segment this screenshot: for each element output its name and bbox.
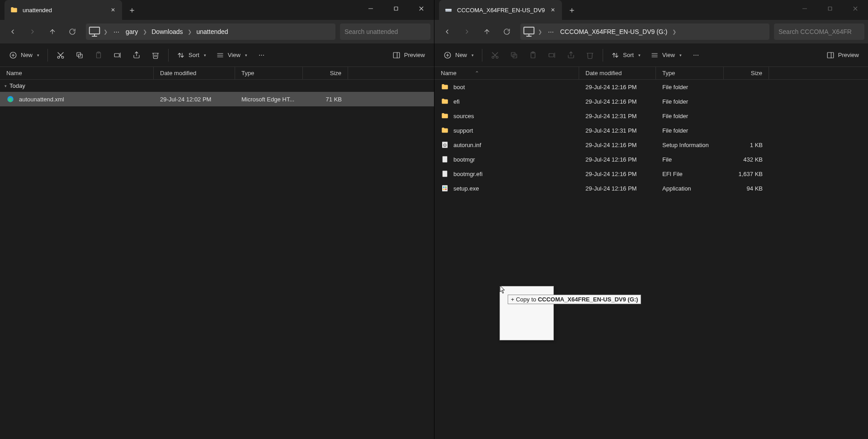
col-type[interactable]: Type — [235, 67, 303, 79]
file-size: 432 KB — [724, 156, 769, 163]
file-date: 29-Jul-24 12:16 PM — [579, 156, 656, 163]
window-right: CCCOMA_X64FRE_EN-US_DV9 ✕ ＋ ❯ ⋯ CCCOMA_X… — [434, 0, 868, 439]
sort-label: Sort — [189, 52, 199, 58]
more-button[interactable]: ⋯ — [253, 47, 271, 63]
chevron-right-icon[interactable]: ❯ — [536, 25, 544, 38]
sort-button[interactable]: Sort▾ — [607, 47, 645, 63]
tab-right[interactable]: CCCOMA_X64FRE_EN-US_DV9 ✕ — [439, 0, 562, 20]
maximize-button-right[interactable] — [817, 0, 843, 17]
file-row[interactable]: autounattend.xml29-Jul-24 12:02 PMMicros… — [0, 92, 434, 106]
chevron-right-icon[interactable]: ❯ — [186, 25, 194, 38]
search-input[interactable] — [778, 28, 860, 35]
cut-button[interactable] — [486, 47, 504, 63]
preview-button[interactable]: Preview — [388, 47, 429, 63]
file-row[interactable]: efi29-Jul-24 12:16 PMFile folder — [434, 94, 868, 109]
delete-button[interactable] — [581, 47, 599, 63]
file-row[interactable]: autorun.inf29-Jul-24 12:16 PMSetup Infor… — [434, 138, 868, 152]
search-box-left[interactable] — [340, 24, 430, 40]
share-button[interactable] — [127, 47, 146, 63]
address-bar-right[interactable]: ❯ ⋯ CCCOMA_X64FRE_EN-US_DV9 (G:) ❯ — [520, 24, 769, 40]
col-name[interactable]: Name — [434, 67, 579, 79]
copy-button[interactable] — [505, 47, 523, 63]
up-button[interactable] — [478, 23, 496, 41]
pc-icon[interactable] — [522, 25, 536, 38]
cut-button[interactable] — [52, 47, 70, 63]
breadcrumb[interactable]: CCCOMA_X64FRE_EN-US_DV9 (G:) — [557, 28, 670, 35]
new-tab-right[interactable]: ＋ — [562, 0, 582, 20]
breadcrumb[interactable]: Downloads — [149, 28, 185, 35]
chevron-right-icon[interactable]: ❯ — [141, 25, 149, 38]
breadcrumb[interactable]: unattended — [194, 28, 231, 35]
search-box-right[interactable] — [774, 24, 864, 40]
new-button[interactable]: New▾ — [5, 47, 44, 63]
file-list-right[interactable]: boot29-Jul-24 12:16 PMFile folderefi29-J… — [434, 80, 868, 439]
copy-button[interactable] — [71, 47, 89, 63]
svg-rect-68 — [442, 185, 448, 191]
tab-left-label: unattended — [23, 7, 105, 14]
file-icon — [441, 141, 449, 149]
file-date: 29-Jul-24 12:16 PM — [579, 84, 656, 91]
forward-button[interactable] — [24, 23, 42, 41]
rename-button[interactable] — [108, 47, 127, 63]
titlebar-left: unattended ✕ ＋ — [0, 0, 434, 20]
file-row[interactable]: bootmgr.efi29-Jul-24 12:16 PMEFI File1,6… — [434, 167, 868, 181]
forward-button[interactable] — [458, 23, 476, 41]
new-tab-left[interactable]: ＋ — [122, 0, 142, 20]
share-button[interactable] — [562, 47, 580, 63]
close-button-right[interactable] — [843, 0, 868, 17]
chevron-right-icon[interactable]: ❯ — [670, 25, 678, 38]
address-more-icon[interactable]: ⋯ — [544, 25, 557, 38]
col-date[interactable]: Date modified — [154, 67, 235, 79]
file-list-left[interactable]: ▾Today autounattend.xml29-Jul-24 12:02 P… — [0, 80, 434, 439]
rename-button[interactable] — [543, 47, 561, 63]
file-row[interactable]: bootmgr29-Jul-24 12:16 PMFile432 KB — [434, 152, 868, 167]
file-size: 71 KB — [303, 96, 348, 103]
view-button[interactable]: View▾ — [212, 47, 252, 63]
minimize-button-left[interactable] — [358, 0, 383, 17]
file-name: support — [453, 127, 473, 134]
tab-right-close-icon[interactable]: ✕ — [549, 6, 557, 14]
up-button[interactable] — [43, 23, 61, 41]
preview-button[interactable]: Preview — [822, 47, 863, 63]
group-header[interactable]: ▾Today — [0, 80, 434, 92]
tab-left[interactable]: unattended ✕ — [5, 0, 122, 20]
refresh-button[interactable] — [498, 23, 516, 41]
maximize-button-left[interactable] — [383, 0, 409, 17]
col-type[interactable]: Type — [656, 67, 724, 79]
minimize-button-right[interactable] — [792, 0, 817, 17]
pc-icon[interactable] — [88, 25, 101, 38]
col-date[interactable]: Date modified — [579, 67, 656, 79]
toolbar-left: New▾ Sort▾ View▾ ⋯ Preview — [0, 43, 434, 67]
address-more-icon[interactable]: ⋯ — [109, 25, 123, 38]
file-row[interactable]: setup.exe29-Jul-24 12:16 PMApplication94… — [434, 181, 868, 196]
file-name: sources — [453, 113, 474, 119]
new-button[interactable]: New▾ — [439, 47, 478, 63]
search-input[interactable] — [344, 28, 426, 35]
col-size[interactable]: Size — [303, 67, 348, 79]
file-row[interactable]: boot29-Jul-24 12:16 PMFile folder — [434, 80, 868, 94]
tab-left-close-icon[interactable]: ✕ — [109, 6, 117, 14]
delete-button[interactable] — [146, 47, 165, 63]
col-size[interactable]: Size — [724, 67, 769, 79]
sort-button[interactable]: Sort▾ — [172, 47, 211, 63]
more-button[interactable]: ⋯ — [687, 47, 705, 63]
view-label: View — [228, 52, 241, 58]
file-row[interactable]: sources29-Jul-24 12:31 PMFile folder — [434, 109, 868, 123]
file-date: 29-Jul-24 12:16 PM — [579, 98, 656, 105]
chevron-right-icon[interactable]: ❯ — [101, 25, 109, 38]
column-headers-left: Name Date modified Type Size — [0, 67, 434, 80]
view-button[interactable]: View▾ — [646, 47, 686, 63]
address-bar-left[interactable]: ❯ ⋯ gary ❯ Downloads ❯ unattended — [86, 24, 335, 40]
close-button-left[interactable] — [409, 0, 434, 17]
breadcrumb[interactable]: gary — [123, 28, 141, 35]
paste-button[interactable] — [90, 47, 108, 63]
new-label: New — [21, 52, 33, 58]
col-name[interactable]: Name — [0, 67, 154, 79]
cursor-icon — [500, 285, 506, 294]
paste-button[interactable] — [524, 47, 542, 63]
back-button[interactable] — [438, 23, 456, 41]
refresh-button[interactable] — [63, 23, 81, 41]
back-button[interactable] — [4, 23, 22, 41]
file-type: Microsoft Edge HT... — [235, 96, 303, 103]
file-row[interactable]: support29-Jul-24 12:31 PMFile folder — [434, 123, 868, 138]
